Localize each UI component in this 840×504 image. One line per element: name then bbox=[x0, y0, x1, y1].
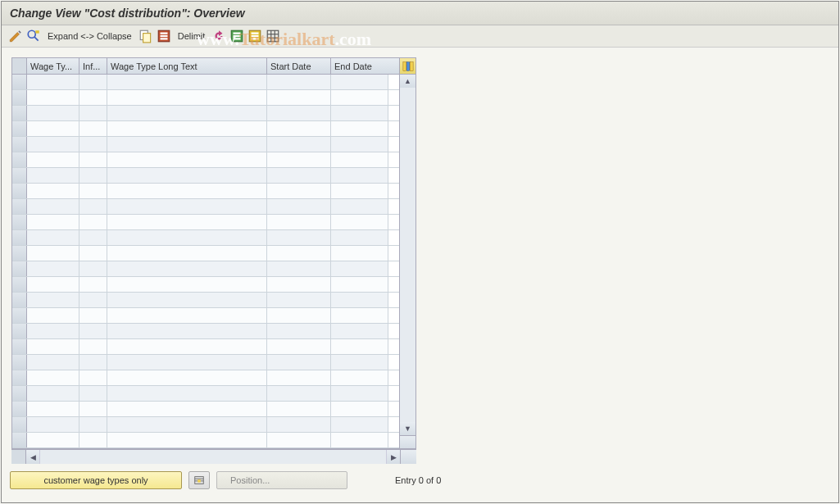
row-selector[interactable] bbox=[12, 417, 27, 432]
row-selector[interactable] bbox=[12, 168, 27, 183]
table-row[interactable] bbox=[12, 246, 399, 261]
table-row[interactable] bbox=[12, 168, 399, 184]
cell-wage-type[interactable] bbox=[27, 339, 79, 354]
cell-start-date[interactable] bbox=[267, 402, 331, 416]
row-selector[interactable] bbox=[12, 339, 27, 354]
cell-wage-type[interactable] bbox=[27, 137, 79, 152]
row-selector[interactable] bbox=[12, 261, 27, 276]
cell-long-text[interactable] bbox=[107, 230, 267, 245]
row-selector[interactable] bbox=[12, 75, 27, 89]
cell-wage-type[interactable] bbox=[27, 199, 79, 214]
cell-infotype[interactable] bbox=[79, 168, 107, 183]
row-selector[interactable] bbox=[12, 230, 27, 245]
expand-collapse-button[interactable]: Expand <-> Collapse bbox=[44, 31, 135, 41]
cell-end-date[interactable] bbox=[331, 324, 388, 338]
cell-start-date[interactable] bbox=[267, 152, 331, 167]
cell-start-date[interactable] bbox=[267, 339, 331, 354]
cell-start-date[interactable] bbox=[267, 324, 331, 338]
cell-infotype[interactable] bbox=[79, 184, 107, 198]
table-row[interactable] bbox=[12, 184, 399, 199]
cell-infotype[interactable] bbox=[79, 246, 107, 261]
table-settings-icon[interactable] bbox=[266, 29, 280, 43]
cell-wage-type[interactable] bbox=[27, 308, 79, 323]
row-selector[interactable] bbox=[12, 277, 27, 292]
cell-wage-type[interactable] bbox=[27, 293, 79, 307]
cell-infotype[interactable] bbox=[79, 199, 107, 214]
select-all-column[interactable] bbox=[12, 58, 27, 74]
cell-end-date[interactable] bbox=[331, 184, 388, 198]
cell-long-text[interactable] bbox=[107, 215, 267, 229]
cell-start-date[interactable] bbox=[267, 184, 331, 198]
cell-infotype[interactable] bbox=[79, 324, 107, 338]
cell-infotype[interactable] bbox=[79, 152, 107, 167]
column-header-infotype[interactable]: Inf... bbox=[79, 58, 107, 74]
cell-start-date[interactable] bbox=[267, 246, 331, 261]
cell-start-date[interactable] bbox=[267, 355, 331, 370]
cell-wage-type[interactable] bbox=[27, 417, 79, 432]
table-row[interactable] bbox=[12, 355, 399, 370]
column-header-wage-type[interactable]: Wage Ty... bbox=[27, 58, 79, 74]
scroll-left-button[interactable]: ◀ bbox=[26, 450, 39, 464]
cell-end-date[interactable] bbox=[331, 433, 388, 447]
table-row[interactable] bbox=[12, 230, 399, 246]
table-row[interactable] bbox=[12, 293, 399, 308]
table-row[interactable] bbox=[12, 137, 399, 152]
cell-wage-type[interactable] bbox=[27, 402, 79, 416]
other-view-icon[interactable] bbox=[26, 29, 41, 43]
table-row[interactable] bbox=[12, 433, 399, 448]
cell-wage-type[interactable] bbox=[27, 246, 79, 261]
row-selector[interactable] bbox=[12, 370, 27, 385]
table-row[interactable] bbox=[12, 261, 399, 277]
cell-end-date[interactable] bbox=[331, 215, 388, 229]
table-row[interactable] bbox=[12, 199, 399, 215]
cell-infotype[interactable] bbox=[79, 90, 107, 105]
cell-long-text[interactable] bbox=[107, 277, 267, 292]
cell-infotype[interactable] bbox=[79, 433, 107, 447]
column-header-wage-type-long-text[interactable]: Wage Type Long Text bbox=[107, 58, 267, 74]
cell-infotype[interactable] bbox=[79, 339, 107, 354]
hscroll-track[interactable] bbox=[39, 450, 387, 464]
cell-infotype[interactable] bbox=[79, 137, 107, 152]
cell-end-date[interactable] bbox=[331, 402, 388, 416]
cell-wage-type[interactable] bbox=[27, 386, 79, 401]
cell-infotype[interactable] bbox=[79, 293, 107, 307]
cell-wage-type[interactable] bbox=[27, 215, 79, 229]
cell-start-date[interactable] bbox=[267, 277, 331, 292]
toggle-display-change-icon[interactable] bbox=[8, 29, 23, 43]
cell-infotype[interactable] bbox=[79, 121, 107, 136]
cell-long-text[interactable] bbox=[107, 308, 267, 323]
cell-wage-type[interactable] bbox=[27, 370, 79, 385]
cell-long-text[interactable] bbox=[107, 106, 267, 120]
row-selector[interactable] bbox=[12, 246, 27, 261]
cell-long-text[interactable] bbox=[107, 261, 267, 276]
cell-end-date[interactable] bbox=[331, 261, 388, 276]
cell-end-date[interactable] bbox=[331, 168, 388, 183]
cell-end-date[interactable] bbox=[331, 277, 388, 292]
cell-end-date[interactable] bbox=[331, 246, 388, 261]
cell-long-text[interactable] bbox=[107, 433, 267, 447]
table-row[interactable] bbox=[12, 121, 399, 137]
cell-wage-type[interactable] bbox=[27, 230, 79, 245]
cell-start-date[interactable] bbox=[267, 417, 331, 432]
cell-wage-type[interactable] bbox=[27, 433, 79, 447]
row-selector[interactable] bbox=[12, 386, 27, 401]
row-selector[interactable] bbox=[12, 106, 27, 120]
table-row[interactable] bbox=[12, 152, 399, 168]
cell-wage-type[interactable] bbox=[27, 152, 79, 167]
cell-start-date[interactable] bbox=[267, 230, 331, 245]
cell-infotype[interactable] bbox=[79, 261, 107, 276]
cell-infotype[interactable] bbox=[79, 215, 107, 229]
cell-infotype[interactable] bbox=[79, 355, 107, 370]
cell-long-text[interactable] bbox=[107, 324, 267, 338]
cell-start-date[interactable] bbox=[267, 370, 331, 385]
cell-start-date[interactable] bbox=[267, 386, 331, 401]
cell-long-text[interactable] bbox=[107, 339, 267, 354]
cell-end-date[interactable] bbox=[331, 355, 388, 370]
table-row[interactable] bbox=[12, 402, 399, 417]
copy-icon[interactable] bbox=[138, 29, 153, 43]
deselect-all-icon[interactable] bbox=[247, 29, 262, 43]
cell-long-text[interactable] bbox=[107, 168, 267, 183]
position-button[interactable]: Position... bbox=[216, 471, 347, 489]
cell-end-date[interactable] bbox=[331, 370, 388, 385]
cell-end-date[interactable] bbox=[331, 293, 388, 307]
